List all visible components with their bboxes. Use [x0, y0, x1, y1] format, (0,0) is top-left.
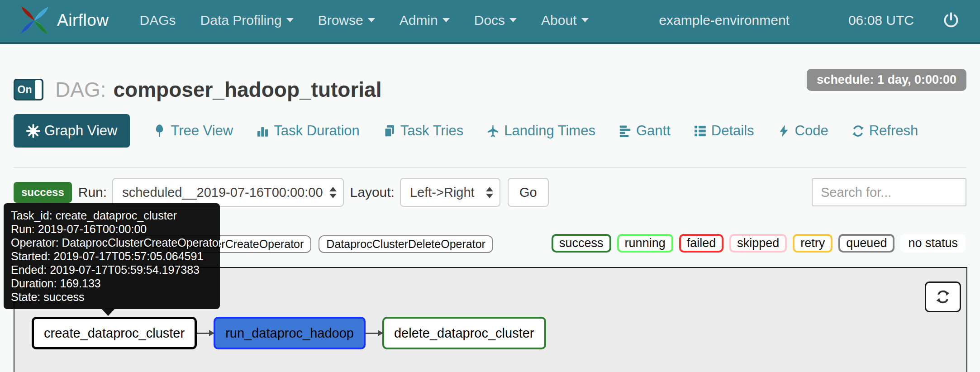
tab-label: Gantt: [636, 123, 671, 139]
lightning-bolt-icon: [777, 124, 791, 138]
menu-item-label: Admin: [400, 13, 438, 28]
legend-queued[interactable]: queued: [838, 234, 894, 253]
main-menu: DAGs Data Profiling Browse Admin Docs Ab…: [140, 13, 589, 28]
menu-item-label: About: [541, 13, 576, 28]
graph-refresh-button[interactable]: [925, 281, 961, 312]
task-node-row: create_dataproc_cluster run_dataproc_had…: [32, 317, 546, 349]
select-stepper-icon: [329, 187, 337, 198]
divider: [14, 167, 966, 168]
task-node-run-dataproc-hadoop[interactable]: run_dataproc_hadoop: [214, 317, 366, 349]
tab-label: Landing Times: [504, 123, 595, 139]
burst-icon: [26, 124, 40, 138]
refresh-icon: [935, 289, 951, 305]
toggle-handle: [35, 80, 42, 99]
tab-label: Task Duration: [274, 123, 360, 139]
tooltip-duration: Duration: 169.133: [11, 277, 213, 290]
run-select-value: scheduled__2019-07-16T00:00:00: [122, 185, 323, 200]
task-tooltip: Task_id: create_dataproc_cluster Run: 20…: [4, 203, 220, 309]
schedule-badge: schedule: 1 day, 0:00:00: [807, 69, 966, 91]
navbar: Airflow DAGs Data Profiling Browse Admin…: [0, 0, 980, 44]
state-legend: success running failed skipped retry que…: [552, 234, 966, 253]
legend-no-status[interactable]: no status: [900, 234, 966, 253]
run-status-badge: success: [14, 182, 72, 203]
plane-icon: [486, 124, 500, 138]
caret-down-icon: [509, 18, 517, 22]
power-logout-icon[interactable]: [942, 11, 960, 29]
tab-graph-view[interactable]: Graph View: [14, 114, 130, 148]
tooltip-started: Started: 2019-07-17T05:57:05.064591: [11, 249, 213, 263]
tab-label: Details: [711, 123, 754, 139]
menu-item-browse[interactable]: Browse: [318, 13, 375, 28]
brand-title[interactable]: Airflow: [57, 11, 109, 30]
select-stepper-icon: [486, 187, 493, 198]
dag-prefix: DAG:: [55, 77, 106, 102]
tab-label: Code: [795, 123, 828, 139]
gantt-bars-icon: [618, 124, 632, 138]
list-icon: [693, 124, 707, 138]
legend-success[interactable]: success: [552, 234, 611, 253]
menu-item-label: Browse: [318, 13, 363, 28]
tab-task-tries[interactable]: Task Tries: [382, 123, 464, 139]
task-node-delete-dataproc-cluster[interactable]: delete_dataproc_cluster: [382, 317, 546, 349]
dag-header: On DAG: composer_hadoop_tutorial: [14, 75, 381, 104]
tab-label: Tree View: [171, 123, 233, 139]
tooltip-operator: Operator: DataprocClusterCreateOperator: [11, 236, 213, 249]
tab-refresh[interactable]: Refresh: [851, 123, 918, 139]
legend-skipped[interactable]: skipped: [729, 234, 787, 253]
navbar-right: example-environment 06:08 UTC: [659, 11, 960, 29]
copy-pages-icon: [382, 124, 396, 138]
tooltip-task-id: Task_id: create_dataproc_cluster: [11, 209, 213, 222]
caret-down-icon: [581, 18, 589, 22]
menu-item-docs[interactable]: Docs: [474, 13, 517, 28]
search-input[interactable]: [812, 178, 966, 206]
layout-select[interactable]: Left->Right: [400, 178, 500, 207]
page-title: composer_hadoop_tutorial: [113, 77, 381, 102]
legend-failed[interactable]: failed: [679, 234, 724, 253]
tab-details[interactable]: Details: [693, 123, 754, 139]
toggle-on-label: On: [14, 84, 35, 96]
tab-tree-view[interactable]: Tree View: [152, 123, 233, 139]
bar-chart-icon: [256, 124, 270, 138]
tab-task-duration[interactable]: Task Duration: [256, 123, 360, 139]
menu-item-dags[interactable]: DAGs: [140, 13, 176, 28]
run-select[interactable]: scheduled__2019-07-16T00:00:00: [112, 178, 343, 207]
edge-arrow-icon: [197, 333, 214, 334]
utc-clock: 06:08 UTC: [848, 13, 914, 28]
caret-down-icon: [286, 18, 294, 22]
tree-icon: [152, 124, 167, 138]
legend-retry[interactable]: retry: [793, 234, 833, 253]
menu-item-label: DAGs: [140, 13, 176, 28]
view-tabs: Graph View Tree View Task Duration Task …: [14, 114, 918, 148]
menu-item-label: Data Profiling: [200, 13, 282, 28]
tooltip-state: State: success: [11, 290, 213, 304]
tab-code[interactable]: Code: [777, 123, 828, 139]
layout-select-value: Left->Right: [410, 185, 480, 200]
environment-name: example-environment: [659, 13, 789, 28]
go-button[interactable]: Go: [508, 178, 549, 207]
airflow-logo-icon[interactable]: [18, 4, 51, 37]
tab-label: Refresh: [869, 123, 918, 139]
tab-label: Graph View: [44, 123, 117, 139]
dag-pause-toggle[interactable]: On: [14, 79, 43, 100]
tab-gantt[interactable]: Gantt: [618, 123, 671, 139]
menu-item-admin[interactable]: Admin: [400, 13, 450, 28]
task-node-create-dataproc-cluster[interactable]: create_dataproc_cluster: [32, 317, 197, 349]
layout-label: Layout:: [350, 185, 395, 200]
operator-pill: DataprocClusterDeleteOperator: [319, 235, 493, 253]
menu-item-label: Docs: [474, 13, 505, 28]
refresh-icon: [851, 124, 865, 138]
caret-down-icon: [442, 18, 450, 22]
caret-down-icon: [368, 18, 375, 22]
tooltip-ended: Ended: 2019-07-17T05:59:54.197383: [11, 263, 213, 277]
tab-label: Task Tries: [400, 123, 464, 139]
menu-item-data-profiling[interactable]: Data Profiling: [200, 13, 294, 28]
menu-item-about[interactable]: About: [541, 13, 588, 28]
tooltip-run: Run: 2019-07-16T00:00:00: [11, 222, 213, 236]
edge-arrow-icon: [366, 333, 382, 334]
run-label: Run:: [78, 185, 107, 200]
legend-running[interactable]: running: [617, 234, 673, 253]
tab-landing-times[interactable]: Landing Times: [486, 123, 595, 139]
